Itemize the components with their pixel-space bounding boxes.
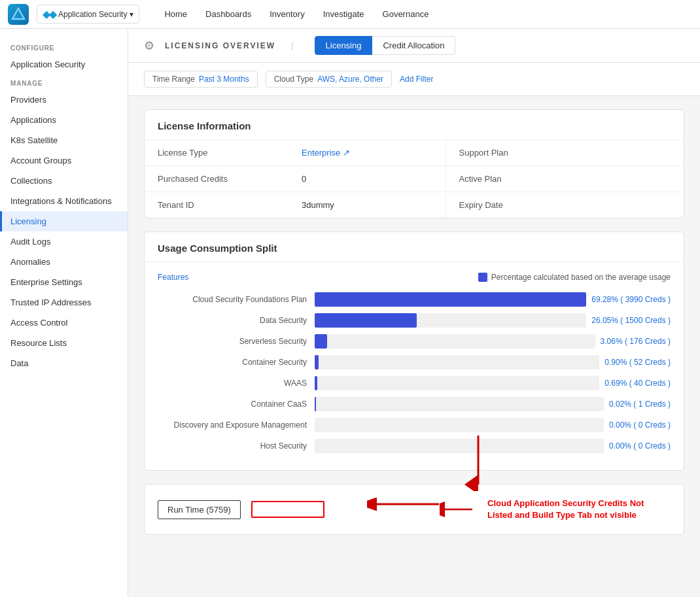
annotation-group: Cloud Application Security Credits Not L… xyxy=(440,495,671,524)
chart-bar-value: 3.06% ( 176 Creds ) xyxy=(601,337,671,346)
page-header: ⚙ LICENSING OVERVIEW | Licensing Credit … xyxy=(128,29,700,63)
chart-bar-label: Discovery and Exposure Management xyxy=(158,420,315,430)
red-arrow-icon xyxy=(367,485,446,524)
chart-bar-value: 26.05% ( 1500 Creds ) xyxy=(591,316,671,325)
add-filter-button[interactable]: Add Filter xyxy=(400,71,433,87)
chart-bar-value: 69.28% ( 3990 Creds ) xyxy=(591,295,671,304)
sidebar-item-applications[interactable]: Applications xyxy=(0,110,128,130)
bottom-section: Run Time (5759) xyxy=(144,484,684,535)
app-logo xyxy=(8,4,29,25)
table-row: License Type Enterprise ↗ Support Plan xyxy=(145,140,684,166)
sidebar-item-audit-logs[interactable]: Audit Logs xyxy=(0,231,128,252)
sidebar-item-resource-lists[interactable]: Resource Lists xyxy=(0,333,128,353)
sidebar-item-enterprise-settings[interactable]: Enterprise Settings xyxy=(0,272,128,292)
cloud-type-label: Cloud Type xyxy=(274,75,314,84)
chart-bar-label: Cloud Security Foundations Plan xyxy=(158,295,315,304)
time-range-label: Time Range xyxy=(152,75,195,84)
annotation-text: Cloud Application Security Credits Not L… xyxy=(487,498,671,521)
chart-bar-label: Container CaaS xyxy=(158,400,315,409)
page-title: LICENSING OVERVIEW xyxy=(165,41,275,50)
filter-bar: Time Range Past 3 Months Cloud Type AWS,… xyxy=(128,63,700,96)
features-label: Features xyxy=(158,273,188,282)
chart-row: Container Security 0.90% ( 52 Creds ) xyxy=(158,355,671,369)
nav-dashboards[interactable]: Dashboards xyxy=(196,0,260,29)
license-info-title: License Information xyxy=(145,110,684,140)
support-plan-label: Support Plan xyxy=(446,140,589,166)
chart-bar-area: 0.00% ( 0 Creds ) xyxy=(315,418,671,432)
sidebar-item-integrations[interactable]: Integrations & Notifications xyxy=(0,191,128,211)
expiry-date-label: Expiry Date xyxy=(446,192,589,218)
gear-icon: ⚙ xyxy=(144,39,154,53)
chart-bar-bg xyxy=(315,355,599,369)
sidebar-item-k8s-satellite[interactable]: K8s Satellite xyxy=(0,130,128,150)
legend-text: Percentage calculated based on the avera… xyxy=(491,273,671,282)
chart-rows: Cloud Security Foundations Plan 69.28% (… xyxy=(158,292,671,453)
tab-credit-allocation[interactable]: Credit Allocation xyxy=(372,36,455,55)
license-table: License Type Enterprise ↗ Support Plan P… xyxy=(145,140,684,218)
license-type-value: Enterprise ↗ xyxy=(289,140,446,166)
cloud-type-filter[interactable]: Cloud Type AWS, Azure, Other xyxy=(266,71,392,88)
tab-licensing[interactable]: Licensing xyxy=(315,36,373,55)
nav-inventory[interactable]: Inventory xyxy=(260,0,313,29)
license-info-card: License Information License Type Enterpr… xyxy=(144,109,684,218)
chart-bar-fill xyxy=(315,334,327,349)
sidebar-item-account-groups[interactable]: Account Groups xyxy=(0,150,128,171)
cloud-type-value: AWS, Azure, Other xyxy=(317,75,383,84)
usage-chart-title: Usage Consumption Split xyxy=(145,232,684,262)
nav-investigate[interactable]: Investigate xyxy=(314,0,374,29)
chart-bar-area: 0.90% ( 52 Creds ) xyxy=(315,355,671,369)
topnav: ◆◆ Application Security ▾ Home Dashboard… xyxy=(0,0,700,29)
chart-bar-label: Data Security xyxy=(158,316,315,325)
main-nav: Home Dashboards Inventory Investigate Go… xyxy=(155,0,438,29)
header-tabs: Licensing Credit Allocation xyxy=(315,36,456,55)
expiry-date-value xyxy=(589,192,684,218)
sidebar-item-trusted-ip[interactable]: Trusted IP Addresses xyxy=(0,292,128,313)
header-divider: | xyxy=(291,41,293,50)
chart-row: Container CaaS 0.02% ( 1 Creds ) xyxy=(158,397,671,411)
chart-bar-fill xyxy=(315,397,316,411)
chart-bar-area: 3.06% ( 176 Creds ) xyxy=(315,334,671,349)
legend-right: Percentage calculated based on the avera… xyxy=(478,273,671,282)
configure-section-label: CONFIGURE xyxy=(0,39,128,54)
active-plan-value xyxy=(589,166,684,192)
chart-bar-fill xyxy=(315,313,417,328)
chart-legend: Features Percentage calculated based on … xyxy=(158,273,671,282)
tenant-id-value: 3dummy xyxy=(289,192,446,218)
runtime-bar-box xyxy=(251,501,324,518)
down-arrow-icon xyxy=(459,432,498,491)
chart-bar-label: WAAS xyxy=(158,379,315,388)
sidebar-item-collections[interactable]: Collections xyxy=(0,171,128,191)
chart-bar-value: 0.00% ( 0 Creds ) xyxy=(609,420,671,430)
table-row: Tenant ID 3dummy Expiry Date xyxy=(145,192,684,218)
sidebar-item-access-control[interactable]: Access Control xyxy=(0,313,128,333)
sidebar-item-data[interactable]: Data xyxy=(0,353,128,373)
chart-bar-bg xyxy=(315,418,604,432)
sidebar-item-licensing[interactable]: Licensing xyxy=(0,211,128,231)
chevron-down-icon: ▾ xyxy=(130,10,133,19)
manage-section-label: MANAGE xyxy=(0,75,128,90)
chart-row: Data Security 26.05% ( 1500 Creds ) xyxy=(158,313,671,328)
chart-bar-fill xyxy=(315,376,317,390)
nav-governance[interactable]: Governance xyxy=(374,0,438,29)
sidebar-item-anomalies[interactable]: Anomalies xyxy=(0,252,128,272)
enterprise-link[interactable]: Enterprise ↗ xyxy=(302,148,350,158)
chart-row: Cloud Security Foundations Plan 69.28% (… xyxy=(158,292,671,307)
app-selector[interactable]: ◆◆ Application Security ▾ xyxy=(37,5,139,24)
tenant-id-label: Tenant ID xyxy=(145,192,289,218)
chart-bar-fill xyxy=(315,355,319,369)
chart-bar-area: 0.02% ( 1 Creds ) xyxy=(315,397,671,411)
chart-bar-value: 0.69% ( 40 Creds ) xyxy=(604,379,671,388)
chart-bar-area: 0.69% ( 40 Creds ) xyxy=(315,376,671,390)
chart-bar-label: Serverless Security xyxy=(158,337,315,346)
nav-home[interactable]: Home xyxy=(155,0,196,29)
main-content: ⚙ LICENSING OVERVIEW | Licensing Credit … xyxy=(128,29,700,597)
sidebar: CONFIGURE Application Security MANAGE Pr… xyxy=(0,29,128,597)
sidebar-item-providers[interactable]: Providers xyxy=(0,90,128,110)
chart-bar-bg xyxy=(315,313,586,328)
chart-row: Discovery and Exposure Management 0.00% … xyxy=(158,418,671,432)
sidebar-item-application-security[interactable]: Application Security xyxy=(0,54,128,75)
app-layout: CONFIGURE Application Security MANAGE Pr… xyxy=(0,29,700,597)
chart-bar-fill xyxy=(315,292,586,307)
purchased-credits-label: Purchased Credits xyxy=(145,166,289,192)
time-range-filter[interactable]: Time Range Past 3 Months xyxy=(144,71,258,88)
